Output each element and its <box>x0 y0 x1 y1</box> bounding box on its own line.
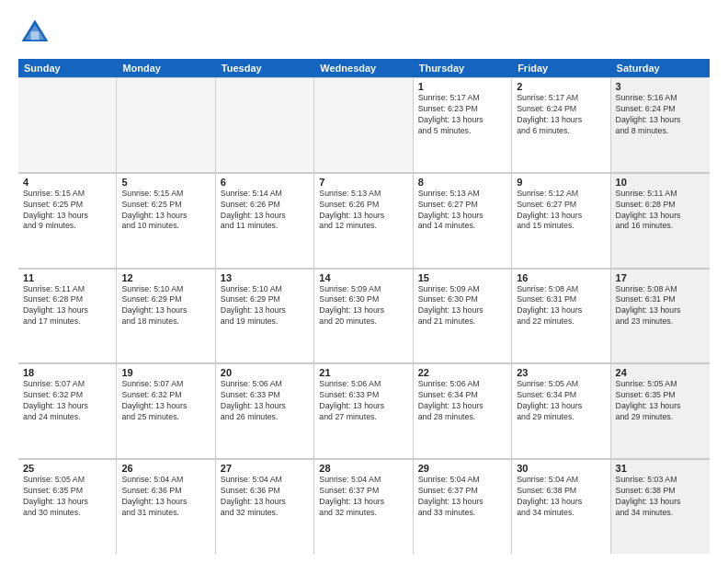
calendar-day-27: 27Sunrise: 5:04 AM Sunset: 6:36 PM Dayli… <box>216 459 314 554</box>
day-number: 12 <box>121 272 210 283</box>
day-number: 3 <box>616 81 705 92</box>
day-number: 6 <box>221 177 309 188</box>
day-info: Sunrise: 5:13 AM Sunset: 6:27 PM Dayligh… <box>418 189 506 233</box>
day-number: 23 <box>517 367 605 378</box>
calendar-day-29: 29Sunrise: 5:04 AM Sunset: 6:37 PM Dayli… <box>414 459 512 554</box>
day-number: 1 <box>418 81 506 92</box>
day-number: 31 <box>616 463 705 474</box>
day-number: 27 <box>221 463 309 474</box>
calendar-day-3: 3Sunrise: 5:16 AM Sunset: 6:24 PM Daylig… <box>611 77 710 172</box>
day-number: 30 <box>517 463 605 474</box>
svg-rect-2 <box>31 31 40 40</box>
calendar-day-16: 16Sunrise: 5:08 AM Sunset: 6:31 PM Dayli… <box>512 269 610 363</box>
day-info: Sunrise: 5:12 AM Sunset: 6:27 PM Dayligh… <box>517 189 605 233</box>
calendar-day-19: 19Sunrise: 5:07 AM Sunset: 6:32 PM Dayli… <box>117 363 215 458</box>
day-number: 5 <box>121 177 210 188</box>
header-day-monday: Monday <box>117 59 215 77</box>
day-info: Sunrise: 5:09 AM Sunset: 6:30 PM Dayligh… <box>418 284 506 328</box>
day-number: 19 <box>121 367 210 378</box>
day-info: Sunrise: 5:04 AM Sunset: 6:36 PM Dayligh… <box>121 475 210 519</box>
calendar-week-5: 25Sunrise: 5:05 AM Sunset: 6:35 PM Dayli… <box>18 459 710 554</box>
day-info: Sunrise: 5:05 AM Sunset: 6:35 PM Dayligh… <box>23 475 111 519</box>
day-number: 28 <box>319 463 407 474</box>
day-info: Sunrise: 5:10 AM Sunset: 6:29 PM Dayligh… <box>221 284 309 328</box>
day-info: Sunrise: 5:03 AM Sunset: 6:38 PM Dayligh… <box>616 475 705 519</box>
day-info: Sunrise: 5:08 AM Sunset: 6:31 PM Dayligh… <box>616 284 705 328</box>
day-number: 21 <box>319 367 407 378</box>
calendar-day-13: 13Sunrise: 5:10 AM Sunset: 6:29 PM Dayli… <box>216 269 314 363</box>
header-day-friday: Friday <box>512 59 610 77</box>
day-info: Sunrise: 5:06 AM Sunset: 6:34 PM Dayligh… <box>418 379 506 423</box>
calendar-day-10: 10Sunrise: 5:11 AM Sunset: 6:28 PM Dayli… <box>611 173 710 268</box>
day-info: Sunrise: 5:05 AM Sunset: 6:35 PM Dayligh… <box>616 379 705 423</box>
day-info: Sunrise: 5:16 AM Sunset: 6:24 PM Dayligh… <box>616 93 705 137</box>
day-info: Sunrise: 5:06 AM Sunset: 6:33 PM Dayligh… <box>221 379 309 423</box>
day-number: 10 <box>616 177 705 188</box>
calendar-day-14: 14Sunrise: 5:09 AM Sunset: 6:30 PM Dayli… <box>314 269 413 363</box>
calendar-day-17: 17Sunrise: 5:08 AM Sunset: 6:31 PM Dayli… <box>611 269 710 363</box>
day-info: Sunrise: 5:05 AM Sunset: 6:34 PM Dayligh… <box>517 379 605 423</box>
day-info: Sunrise: 5:17 AM Sunset: 6:23 PM Dayligh… <box>418 93 506 137</box>
day-number: 2 <box>517 81 605 92</box>
header-day-wednesday: Wednesday <box>314 59 413 77</box>
day-info: Sunrise: 5:07 AM Sunset: 6:32 PM Dayligh… <box>121 379 210 423</box>
calendar-day-1: 1Sunrise: 5:17 AM Sunset: 6:23 PM Daylig… <box>414 77 512 172</box>
calendar-week-4: 18Sunrise: 5:07 AM Sunset: 6:32 PM Dayli… <box>18 363 710 459</box>
calendar-day-11: 11Sunrise: 5:11 AM Sunset: 6:28 PM Dayli… <box>18 269 117 363</box>
calendar-day-5: 5Sunrise: 5:15 AM Sunset: 6:25 PM Daylig… <box>117 173 215 268</box>
day-number: 16 <box>517 272 605 283</box>
day-info: Sunrise: 5:04 AM Sunset: 6:38 PM Dayligh… <box>517 475 605 519</box>
day-info: Sunrise: 5:09 AM Sunset: 6:30 PM Dayligh… <box>319 284 407 328</box>
day-info: Sunrise: 5:04 AM Sunset: 6:36 PM Dayligh… <box>221 475 309 519</box>
header-day-thursday: Thursday <box>414 59 512 77</box>
calendar-day-20: 20Sunrise: 5:06 AM Sunset: 6:33 PM Dayli… <box>216 363 314 458</box>
calendar-day-9: 9Sunrise: 5:12 AM Sunset: 6:27 PM Daylig… <box>512 173 610 268</box>
calendar-day-23: 23Sunrise: 5:05 AM Sunset: 6:34 PM Dayli… <box>512 363 610 458</box>
day-number: 22 <box>418 367 506 378</box>
calendar-day-8: 8Sunrise: 5:13 AM Sunset: 6:27 PM Daylig… <box>414 173 512 268</box>
day-info: Sunrise: 5:14 AM Sunset: 6:26 PM Dayligh… <box>221 189 309 233</box>
calendar-day-18: 18Sunrise: 5:07 AM Sunset: 6:32 PM Dayli… <box>18 363 117 458</box>
day-number: 18 <box>23 367 111 378</box>
day-info: Sunrise: 5:06 AM Sunset: 6:33 PM Dayligh… <box>319 379 407 423</box>
day-info: Sunrise: 5:11 AM Sunset: 6:28 PM Dayligh… <box>616 189 705 233</box>
calendar-day-12: 12Sunrise: 5:10 AM Sunset: 6:29 PM Dayli… <box>117 269 215 363</box>
calendar-day-30: 30Sunrise: 5:04 AM Sunset: 6:38 PM Dayli… <box>512 459 610 554</box>
header-day-sunday: Sunday <box>18 59 117 77</box>
calendar-day-6: 6Sunrise: 5:14 AM Sunset: 6:26 PM Daylig… <box>216 173 314 268</box>
day-number: 14 <box>319 272 407 283</box>
day-number: 9 <box>517 177 605 188</box>
page: SundayMondayTuesdayWednesdayThursdayFrid… <box>0 0 728 563</box>
day-info: Sunrise: 5:07 AM Sunset: 6:32 PM Dayligh… <box>23 379 111 423</box>
calendar-day-24: 24Sunrise: 5:05 AM Sunset: 6:35 PM Dayli… <box>611 363 710 458</box>
header-day-saturday: Saturday <box>611 59 710 77</box>
calendar-week-3: 11Sunrise: 5:11 AM Sunset: 6:28 PM Dayli… <box>18 269 710 364</box>
day-number: 17 <box>616 272 705 283</box>
logo-icon <box>18 17 51 50</box>
day-number: 4 <box>23 177 111 188</box>
day-number: 15 <box>418 272 506 283</box>
calendar-week-2: 4Sunrise: 5:15 AM Sunset: 6:25 PM Daylig… <box>18 173 710 269</box>
day-number: 24 <box>616 367 705 378</box>
calendar-day-25: 25Sunrise: 5:05 AM Sunset: 6:35 PM Dayli… <box>18 459 117 554</box>
calendar: SundayMondayTuesdayWednesdayThursdayFrid… <box>18 59 710 554</box>
day-info: Sunrise: 5:11 AM Sunset: 6:28 PM Dayligh… <box>23 284 111 328</box>
day-number: 29 <box>418 463 506 474</box>
day-number: 26 <box>121 463 210 474</box>
day-info: Sunrise: 5:04 AM Sunset: 6:37 PM Dayligh… <box>319 475 407 519</box>
day-number: 13 <box>221 272 309 283</box>
calendar-body: 1Sunrise: 5:17 AM Sunset: 6:23 PM Daylig… <box>18 77 710 554</box>
calendar-empty-cell <box>216 77 314 172</box>
day-info: Sunrise: 5:10 AM Sunset: 6:29 PM Dayligh… <box>121 284 210 328</box>
calendar-day-21: 21Sunrise: 5:06 AM Sunset: 6:33 PM Dayli… <box>314 363 413 458</box>
calendar-empty-cell <box>314 77 413 172</box>
day-number: 20 <box>221 367 309 378</box>
day-info: Sunrise: 5:15 AM Sunset: 6:25 PM Dayligh… <box>23 189 111 233</box>
calendar-day-31: 31Sunrise: 5:03 AM Sunset: 6:38 PM Dayli… <box>611 459 710 554</box>
day-info: Sunrise: 5:04 AM Sunset: 6:37 PM Dayligh… <box>418 475 506 519</box>
header-day-tuesday: Tuesday <box>216 59 314 77</box>
day-info: Sunrise: 5:13 AM Sunset: 6:26 PM Dayligh… <box>319 189 407 233</box>
calendar-day-26: 26Sunrise: 5:04 AM Sunset: 6:36 PM Dayli… <box>117 459 215 554</box>
calendar-day-4: 4Sunrise: 5:15 AM Sunset: 6:25 PM Daylig… <box>18 173 117 268</box>
day-number: 7 <box>319 177 407 188</box>
